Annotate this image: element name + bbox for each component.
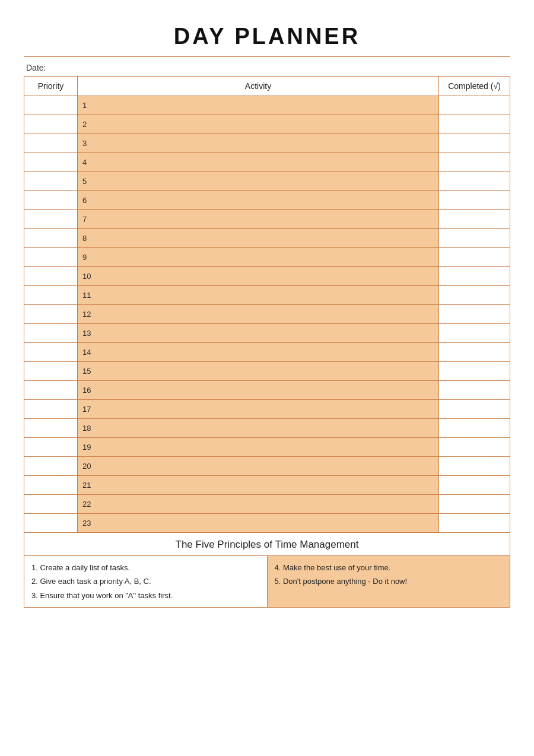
footer-right-line-1: 4. Make the best use of your time. <box>275 561 503 574</box>
cell-completed[interactable] <box>439 134 510 153</box>
cell-priority[interactable] <box>24 153 78 172</box>
cell-priority[interactable] <box>24 229 78 248</box>
table-row: 8 <box>24 229 510 248</box>
cell-priority[interactable] <box>24 362 78 381</box>
cell-completed[interactable] <box>439 229 510 248</box>
table-row: 19 <box>24 438 510 457</box>
cell-activity: 2 <box>78 115 439 134</box>
cell-completed[interactable] <box>439 172 510 191</box>
cell-completed[interactable] <box>439 514 510 533</box>
cell-activity: 12 <box>78 305 439 324</box>
table-row: 4 <box>24 153 510 172</box>
page-title: DAY PLANNER <box>24 24 510 49</box>
cell-completed[interactable] <box>439 96 510 115</box>
cell-completed[interactable] <box>439 419 510 438</box>
cell-activity: 7 <box>78 210 439 229</box>
top-divider <box>24 56 510 57</box>
cell-activity: 14 <box>78 343 439 362</box>
cell-completed[interactable] <box>439 438 510 457</box>
cell-activity: 21 <box>78 476 439 495</box>
cell-completed[interactable] <box>439 267 510 286</box>
cell-priority[interactable] <box>24 381 78 400</box>
cell-activity: 16 <box>78 381 439 400</box>
cell-priority[interactable] <box>24 419 78 438</box>
page: DAY PLANNER Date: Priority Activity Comp… <box>24 24 510 608</box>
footer-section: The Five Principles of Time Management 1… <box>24 533 510 608</box>
cell-priority[interactable] <box>24 305 78 324</box>
footer-right-line-2: 5. Don't postpone anything - Do it now! <box>275 574 503 588</box>
table-row: 16 <box>24 381 510 400</box>
cell-activity: 20 <box>78 457 439 476</box>
cell-completed[interactable] <box>439 324 510 343</box>
cell-activity: 8 <box>78 229 439 248</box>
cell-priority[interactable] <box>24 400 78 419</box>
table-row: 17 <box>24 400 510 419</box>
cell-completed[interactable] <box>439 400 510 419</box>
cell-priority[interactable] <box>24 172 78 191</box>
cell-priority[interactable] <box>24 343 78 362</box>
table-row: 21 <box>24 476 510 495</box>
table-row: 11 <box>24 286 510 305</box>
cell-completed[interactable] <box>439 495 510 514</box>
table-row: 13 <box>24 324 510 343</box>
header-completed: Completed (√) <box>439 77 510 96</box>
header-priority: Priority <box>24 77 78 96</box>
cell-completed[interactable] <box>439 476 510 495</box>
cell-priority[interactable] <box>24 191 78 210</box>
cell-activity: 23 <box>78 514 439 533</box>
cell-activity: 6 <box>78 191 439 210</box>
table-row: 23 <box>24 514 510 533</box>
cell-completed[interactable] <box>439 381 510 400</box>
cell-completed[interactable] <box>439 191 510 210</box>
cell-priority[interactable] <box>24 324 78 343</box>
cell-priority[interactable] <box>24 514 78 533</box>
cell-activity: 10 <box>78 267 439 286</box>
cell-activity: 13 <box>78 324 439 343</box>
table-row: 12 <box>24 305 510 324</box>
cell-priority[interactable] <box>24 96 78 115</box>
cell-activity: 9 <box>78 248 439 267</box>
cell-activity: 4 <box>78 153 439 172</box>
table-row: 6 <box>24 191 510 210</box>
cell-completed[interactable] <box>439 343 510 362</box>
cell-completed[interactable] <box>439 210 510 229</box>
cell-priority[interactable] <box>24 476 78 495</box>
table-row: 2 <box>24 115 510 134</box>
table-row: 9 <box>24 248 510 267</box>
footer-left-line-1: 1. Create a daily list of tasks. <box>31 561 260 574</box>
cell-priority[interactable] <box>24 286 78 305</box>
footer-right: 4. Make the best use of your time. 5. Do… <box>268 556 510 607</box>
table-row: 10 <box>24 267 510 286</box>
cell-activity: 17 <box>78 400 439 419</box>
footer-left-line-3: 3. Ensure that you work on "A" tasks fir… <box>31 589 260 602</box>
table-row: 18 <box>24 419 510 438</box>
cell-completed[interactable] <box>439 248 510 267</box>
table-row: 15 <box>24 362 510 381</box>
cell-priority[interactable] <box>24 134 78 153</box>
cell-completed[interactable] <box>439 362 510 381</box>
footer-content: 1. Create a daily list of tasks. 2. Give… <box>24 556 510 607</box>
cell-completed[interactable] <box>439 457 510 476</box>
cell-activity: 11 <box>78 286 439 305</box>
cell-priority[interactable] <box>24 495 78 514</box>
cell-priority[interactable] <box>24 438 78 457</box>
cell-priority[interactable] <box>24 248 78 267</box>
cell-completed[interactable] <box>439 305 510 324</box>
table-row: 3 <box>24 134 510 153</box>
cell-priority[interactable] <box>24 457 78 476</box>
table-row: 22 <box>24 495 510 514</box>
footer-title: The Five Principles of Time Management <box>24 533 510 556</box>
table-header-row: Priority Activity Completed (√) <box>24 77 510 96</box>
cell-priority[interactable] <box>24 210 78 229</box>
cell-completed[interactable] <box>439 115 510 134</box>
table-row: 5 <box>24 172 510 191</box>
cell-priority[interactable] <box>24 115 78 134</box>
cell-completed[interactable] <box>439 153 510 172</box>
footer-left-line-2: 2. Give each task a priority A, B, C. <box>31 574 260 588</box>
cell-priority[interactable] <box>24 267 78 286</box>
cell-activity: 3 <box>78 134 439 153</box>
cell-activity: 22 <box>78 495 439 514</box>
cell-activity: 19 <box>78 438 439 457</box>
cell-completed[interactable] <box>439 286 510 305</box>
planner-table: Priority Activity Completed (√) 12345678… <box>24 76 510 533</box>
